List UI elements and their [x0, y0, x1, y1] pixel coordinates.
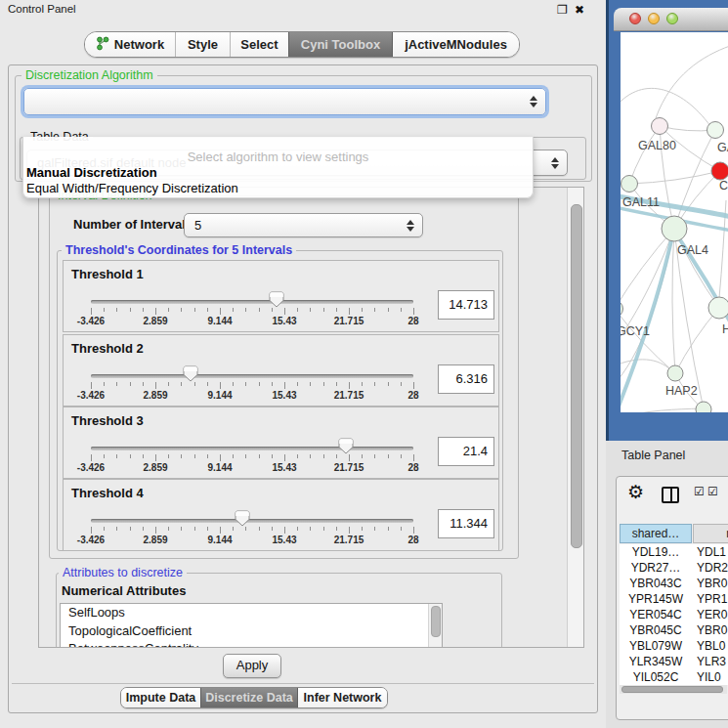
tab-infer-network[interactable]: Infer Network: [297, 688, 387, 707]
table-row-ypr145w[interactable]: YPR145WYPR1: [620, 591, 728, 607]
cell-name[interactable]: YLR3: [697, 654, 728, 669]
algorithm-combo[interactable]: [23, 88, 546, 115]
network-tab-icon: [96, 36, 114, 54]
table-row-ybl079w[interactable]: YBL079WYBL0: [620, 638, 728, 654]
tab-impute-data[interactable]: Impute Data: [121, 688, 200, 707]
cell-shared-name[interactable]: YIL052C: [620, 669, 692, 685]
tab-style[interactable]: Style: [175, 32, 230, 57]
cell-name[interactable]: YDR2: [697, 560, 728, 576]
tick-label: 2.859: [143, 390, 167, 401]
list-scrollbar-thumb[interactable]: [431, 606, 441, 637]
threshold-value-field[interactable]: 14.713: [438, 290, 494, 320]
float-window-icon[interactable]: ❐: [557, 1, 568, 19]
minor-tick: [310, 454, 311, 458]
numerical-attributes-list[interactable]: SelfLoopsTopologicalCoefficientBetweenne…: [60, 603, 443, 648]
network-node[interactable]: [696, 402, 711, 412]
list-item-betweennesscentrality[interactable]: BetweennessCentrality: [61, 640, 442, 648]
threshold-value-field[interactable]: 6.316: [438, 364, 494, 394]
mac-minimize-button[interactable]: [648, 13, 660, 24]
settings-scrollbar-thumb[interactable]: [571, 204, 582, 548]
mac-close-button[interactable]: [629, 13, 641, 24]
minor-tick: [130, 382, 131, 386]
cell-shared-name[interactable]: YPR145W: [620, 591, 692, 607]
network-node-gal11[interactable]: [621, 176, 638, 193]
minor-tick: [310, 382, 311, 386]
network-node-gcy1[interactable]: [621, 301, 623, 318]
network-node-gal4[interactable]: [662, 216, 687, 241]
table-row-ydl19[interactable]: YDL19…YDL1: [620, 544, 728, 560]
settings-vertical-scrollbar[interactable]: [567, 188, 583, 647]
cyni-toolbox-panel: Discretization Algorithm Table Data galF…: [8, 64, 598, 713]
threshold-value-field[interactable]: 11.344: [438, 509, 494, 538]
cell-name[interactable]: YER0: [697, 607, 728, 622]
dropdown-option-manual-discretization[interactable]: Manual Discretization: [25, 165, 531, 180]
network-node-c[interactable]: [711, 162, 728, 180]
threshold-value-field[interactable]: 21.4: [438, 437, 494, 466]
minor-tick: [259, 382, 260, 386]
gear-icon[interactable]: ⚙: [627, 483, 644, 502]
minor-tick: [130, 308, 131, 312]
minor-tick: [259, 527, 260, 531]
list-scrollbar[interactable]: [428, 604, 442, 647]
slider-track[interactable]: [91, 374, 413, 378]
cell-name[interactable]: YIL0: [697, 669, 728, 685]
major-tick: [413, 454, 414, 461]
checkbox-icon[interactable]: ☑: [707, 485, 718, 498]
minor-tick: [297, 382, 298, 386]
cell-name[interactable]: YBR0: [697, 622, 728, 638]
tab-select[interactable]: Select: [230, 32, 288, 57]
cell-name[interactable]: YBL0: [697, 638, 728, 654]
cell-shared-name[interactable]: YBR043C: [620, 576, 692, 591]
threshold-2-box: Threshold 2-3.4262.8599.14415.4321.71528…: [63, 334, 499, 407]
network-edge: [672, 229, 675, 373]
apply-button[interactable]: Apply: [223, 654, 281, 678]
close-panel-icon[interactable]: ✖: [575, 1, 584, 19]
table-row-yil052c[interactable]: YIL052CYIL0: [620, 669, 728, 685]
table-row-yer054c[interactable]: YER054CYER0: [620, 607, 728, 622]
table-hscrollbar-thumb[interactable]: [621, 686, 723, 693]
cell-name[interactable]: YDL1: [697, 544, 728, 560]
network-node-gal80[interactable]: [652, 118, 668, 135]
cell-shared-name[interactable]: YBR045C: [620, 622, 692, 638]
cell-shared-name[interactable]: YER054C: [620, 607, 692, 622]
list-item-selfloops[interactable]: SelfLoops: [61, 604, 442, 622]
slider-track[interactable]: [91, 519, 413, 523]
column-header-shared-name[interactable]: shared…: [620, 524, 692, 543]
slider-track[interactable]: [91, 447, 413, 450]
dropdown-option-equal-width-frequency[interactable]: Equal Width/Frequency Discretization: [25, 181, 531, 195]
list-item-topologicalcoefficient[interactable]: TopologicalCoefficient: [61, 622, 442, 641]
column-header-name[interactable]: na: [693, 524, 728, 543]
network-window-titlebar[interactable]: [614, 8, 728, 31]
table-row-ybr043c[interactable]: YBR043CYBR0: [620, 576, 728, 591]
cell-shared-name[interactable]: YDL19…: [620, 544, 692, 560]
table-row-ydr27[interactable]: YDR27…YDR2: [620, 560, 728, 576]
cell-shared-name[interactable]: YLR345W: [620, 654, 692, 669]
cell-name[interactable]: YPR1: [697, 591, 728, 607]
cell-shared-name[interactable]: YBL079W: [620, 638, 692, 654]
network-node-label: GAL4: [677, 243, 708, 257]
network-edge: [675, 308, 719, 373]
minor-tick: [130, 527, 131, 531]
minor-tick: [323, 527, 324, 531]
tab-discretize-data[interactable]: Discretize Data: [200, 688, 297, 707]
network-node-ga[interactable]: [707, 122, 724, 139]
network-node-hap2[interactable]: [667, 365, 683, 381]
number-of-intervals-combo[interactable]: 5: [184, 213, 423, 237]
cell-shared-name[interactable]: YDR27…: [620, 560, 692, 576]
cell-name[interactable]: YBR0: [697, 576, 728, 591]
checkbox-icon[interactable]: ☑: [694, 485, 705, 498]
mac-zoom-button[interactable]: [666, 13, 678, 24]
tab-network[interactable]: Network: [85, 32, 175, 57]
tab-cyni-toolbox[interactable]: Cyni Toolbox: [288, 32, 392, 57]
split-view-icon[interactable]: [662, 487, 679, 503]
tab-jactivemnodules[interactable]: jActiveMNodules: [392, 32, 519, 57]
network-canvas[interactable]: GAL80GACGAL11GAL4GCY1HHAP2: [621, 32, 728, 412]
table-horizontal-scrollbar[interactable]: [620, 685, 727, 694]
major-tick: [284, 527, 285, 534]
table-row-ybr045c[interactable]: YBR045CYBR0: [620, 622, 728, 638]
minor-tick: [168, 382, 169, 386]
network-node-h[interactable]: [708, 297, 728, 319]
minor-tick: [245, 527, 246, 531]
slider-track[interactable]: [91, 300, 413, 304]
table-row-ylr345w[interactable]: YLR345WYLR3: [620, 654, 728, 669]
